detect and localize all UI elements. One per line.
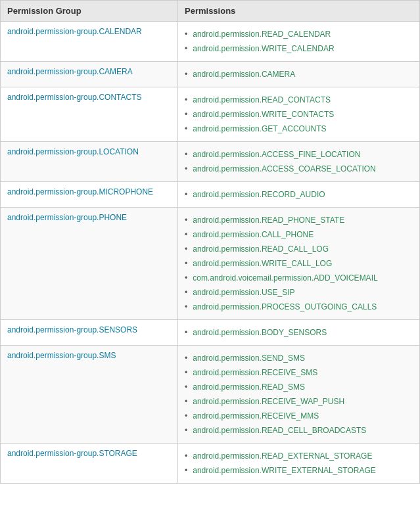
permission-group-cell: android.permission-group.PHONE [1,208,178,320]
permission-value: android.permission.RECORD_AUDIO [193,190,325,199]
table-row: android.permission-group.PHONEandroid.pe… [1,208,420,320]
list-item: android.permission.READ_CALL_LOG [185,242,413,256]
list-item: android.permission.WRITE_CALL_LOG [185,256,413,271]
list-item: android.permission.CALL_PHONE [185,227,413,242]
permission-value: android.permission.SEND_SMS [193,354,305,363]
permissions-table: Permission Group Permissions android.per… [0,0,420,484]
permission-value: android.permission.WRITE_CALENDAR [193,44,334,53]
permission-value: android.permission.WRITE_CALL_LOG [193,259,332,268]
permission-value: android.permission.READ_CALENDAR [193,30,331,39]
table-row: android.permission-group.LOCATIONandroid… [1,142,420,182]
permission-value: android.permission.GET_ACCOUNTS [193,124,326,133]
list-item: android.permission.WRITE_CONTACTS [185,107,413,122]
permission-group-cell: android.permission-group.SENSORS [1,320,178,346]
col-header-group: Permission Group [1,1,178,22]
permission-value: com.android.voicemail.permission.ADD_VOI… [193,273,377,283]
table-row: android.permission-group.CALENDARandroid… [1,22,420,62]
permission-value: android.permission.ACCESS_FINE_LOCATION [193,150,360,159]
list-item: com.android.voicemail.permission.ADD_VOI… [185,271,413,285]
permission-value: android.permission.CAMERA [193,70,295,79]
list-item: android.permission.READ_CALENDAR [185,27,413,41]
permissions-cell: android.permission.READ_PHONE_STATEandro… [178,208,420,320]
permissions-cell: android.permission.READ_CALENDARandroid.… [178,22,420,62]
list-item: android.permission.GET_ACCOUNTS [185,122,413,136]
permission-group-cell: android.permission-group.LOCATION [1,142,178,182]
col-header-permissions: Permissions [178,1,420,22]
table-row: android.permission-group.SENSORSandroid.… [1,320,420,346]
permission-value: android.permission.READ_PHONE_STATE [193,216,344,225]
list-item: android.permission.SEND_SMS [185,351,413,365]
permission-group-cell: android.permission-group.MICROPHONE [1,182,178,208]
list-item: android.permission.READ_CELL_BROADCASTS [185,423,413,438]
list-item: android.permission.RECEIVE_WAP_PUSH [185,394,413,409]
list-item: android.permission.USE_SIP [185,285,413,300]
list-item: android.permission.RECORD_AUDIO [185,187,413,202]
permissions-cell: android.permission.SEND_SMSandroid.permi… [178,346,420,444]
permission-value: android.permission.READ_CONTACTS [193,95,331,104]
permission-value: android.permission.USE_SIP [193,288,294,297]
list-item: android.permission.PROCESS_OUTGOING_CALL… [185,300,413,314]
table-row: android.permission-group.CAMERAandroid.p… [1,62,420,87]
list-item: android.permission.ACCESS_COARSE_LOCATIO… [185,162,413,176]
permission-group-cell: android.permission-group.STORAGE [1,444,178,484]
permission-value: android.permission.READ_SMS [193,382,305,392]
list-item: android.permission.ACCESS_FINE_LOCATION [185,147,413,162]
permissions-cell: android.permission.BODY_SENSORS [178,320,420,346]
list-item: android.permission.RECEIVE_MMS [185,409,413,423]
permission-group-cell: android.permission-group.CALENDAR [1,22,178,62]
list-item: android.permission.READ_CONTACTS [185,93,413,107]
permission-group-cell: android.permission-group.SMS [1,346,178,444]
permission-group-cell: android.permission-group.CONTACTS [1,87,178,142]
list-item: android.permission.READ_EXTERNAL_STORAGE [185,449,413,463]
permission-value: android.permission.READ_CALL_LOG [193,244,329,254]
permission-value: android.permission.RECEIVE_MMS [193,411,319,421]
table-row: android.permission-group.STORAGEandroid.… [1,444,420,484]
list-item: android.permission.CAMERA [185,67,413,81]
permission-value: android.permission.ACCESS_COARSE_LOCATIO… [193,164,376,173]
permissions-cell: android.permission.READ_CONTACTSandroid.… [178,87,420,142]
permission-value: android.permission.RECEIVE_WAP_PUSH [193,397,344,406]
permission-value: android.permission.READ_CELL_BROADCASTS [193,426,366,435]
permission-value: android.permission.BODY_SENSORS [193,328,327,337]
permission-value: android.permission.RECEIVE_SMS [193,368,317,377]
permission-group-cell: android.permission-group.CAMERA [1,62,178,87]
permissions-cell: android.permission.ACCESS_FINE_LOCATIONa… [178,142,420,182]
list-item: android.permission.BODY_SENSORS [185,325,413,340]
permission-value: android.permission.READ_EXTERNAL_STORAGE [193,451,372,461]
permission-value: android.permission.WRITE_EXTERNAL_STORAG… [193,466,376,475]
table-row: android.permission-group.CONTACTSandroid… [1,87,420,142]
permissions-cell: android.permission.RECORD_AUDIO [178,182,420,208]
list-item: android.permission.WRITE_EXTERNAL_STORAG… [185,463,413,478]
permission-value: android.permission.WRITE_CONTACTS [193,110,334,119]
list-item: android.permission.READ_PHONE_STATE [185,213,413,227]
list-item: android.permission.RECEIVE_SMS [185,365,413,380]
table-row: android.permission-group.SMSandroid.perm… [1,346,420,444]
permission-value: android.permission.CALL_PHONE [193,230,314,239]
list-item: android.permission.WRITE_CALENDAR [185,41,413,56]
permissions-cell: android.permission.CAMERA [178,62,420,87]
permissions-cell: android.permission.READ_EXTERNAL_STORAGE… [178,444,420,484]
table-row: android.permission-group.MICROPHONEandro… [1,182,420,208]
list-item: android.permission.READ_SMS [185,380,413,394]
permission-value: android.permission.PROCESS_OUTGOING_CALL… [193,302,377,311]
